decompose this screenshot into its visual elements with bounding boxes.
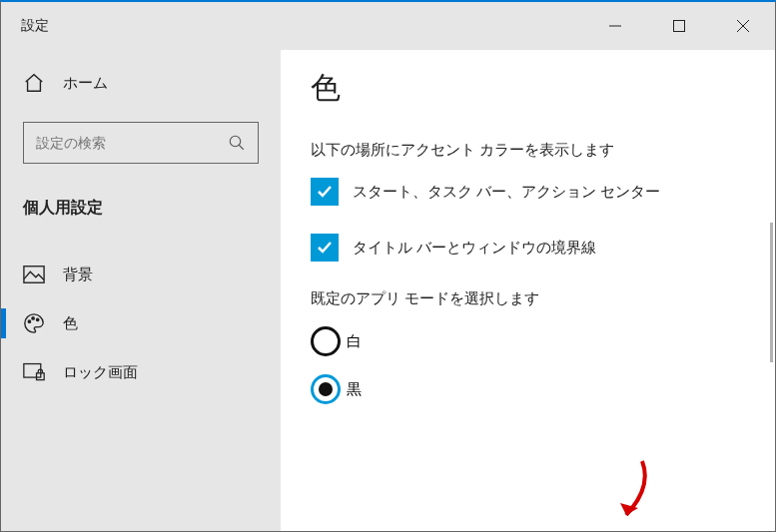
- svg-marker-12: [620, 503, 638, 515]
- window-title: 設定: [21, 17, 49, 35]
- mode-heading: 既定のアプリ モードを選択します: [311, 289, 745, 308]
- checkbox-icon: [311, 234, 339, 262]
- search-box[interactable]: [23, 122, 259, 164]
- checkbox-label: スタート、タスク バー、アクション センター: [353, 183, 660, 202]
- scrollbar[interactable]: [770, 223, 773, 362]
- picture-icon: [23, 265, 45, 284]
- sidebar-item-label: 色: [63, 314, 78, 333]
- main: 色 以下の場所にアクセント カラーを表示します スタート、タスク バー、アクショ…: [281, 50, 775, 532]
- maximize-button[interactable]: [647, 2, 711, 50]
- sidebar-item-lockscreen[interactable]: ロック画面: [1, 348, 281, 396]
- svg-point-8: [32, 317, 34, 319]
- svg-point-9: [36, 318, 38, 320]
- home-link[interactable]: ホーム: [1, 58, 281, 108]
- window-buttons: [583, 2, 775, 50]
- sidebar: ホーム 個人用設定 背景 色 ロック画面: [1, 50, 281, 532]
- section-header: 個人用設定: [1, 184, 281, 233]
- home-label: ホーム: [63, 74, 108, 93]
- radio-label: 白: [347, 332, 362, 351]
- sidebar-item-colors[interactable]: 色: [1, 298, 281, 348]
- svg-point-7: [28, 320, 30, 322]
- minimize-icon: [608, 19, 622, 33]
- palette-icon: [23, 312, 45, 334]
- close-button[interactable]: [711, 2, 775, 50]
- checkbox-icon: [311, 178, 339, 206]
- minimize-button[interactable]: [583, 2, 647, 50]
- home-icon: [23, 72, 45, 94]
- radio-icon: [311, 326, 341, 356]
- checkbox-titlebar[interactable]: タイトル バーとウィンドウの境界線: [311, 234, 745, 262]
- page-title: 色: [311, 68, 745, 109]
- titlebar: 設定: [1, 2, 775, 50]
- accent-heading: 以下の場所にアクセント カラーを表示します: [311, 141, 745, 160]
- close-icon: [736, 19, 750, 33]
- checkbox-start-taskbar[interactable]: スタート、タスク バー、アクション センター: [311, 178, 745, 206]
- checkbox-label: タイトル バーとウィンドウの境界線: [353, 239, 596, 258]
- maximize-icon: [672, 19, 686, 33]
- radio-label: 黒: [347, 380, 362, 399]
- radio-black[interactable]: 黒: [311, 374, 745, 404]
- svg-line-5: [239, 145, 244, 150]
- content: ホーム 個人用設定 背景 色 ロック画面 色 以下の場所にアクセント カラーを表…: [1, 50, 775, 532]
- annotation-arrow: [620, 457, 660, 527]
- sidebar-item-label: 背景: [63, 266, 93, 284]
- nav-list: 背景 色 ロック画面: [1, 251, 281, 396]
- lockscreen-icon: [23, 362, 45, 382]
- svg-point-4: [230, 136, 241, 147]
- search-input[interactable]: [36, 135, 228, 151]
- search-icon: [228, 134, 246, 152]
- sidebar-item-background[interactable]: 背景: [1, 251, 281, 298]
- sidebar-item-label: ロック画面: [63, 363, 138, 382]
- radio-icon: [311, 374, 341, 404]
- radio-white[interactable]: 白: [311, 326, 745, 356]
- svg-rect-1: [674, 21, 685, 32]
